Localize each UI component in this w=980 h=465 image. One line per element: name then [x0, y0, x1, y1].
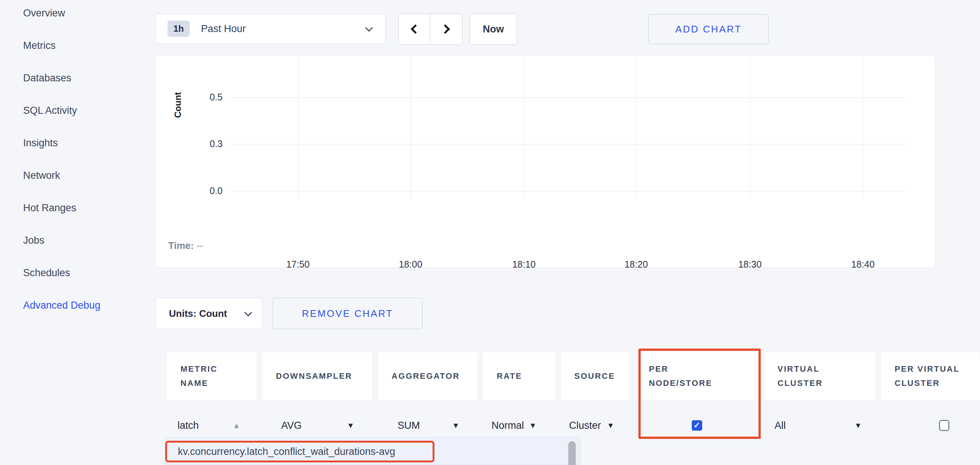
next-time-button[interactable]: [430, 14, 462, 45]
time-pager: [398, 13, 462, 45]
sidebar: Overview Metrics Databases SQL Activity …: [23, 7, 135, 331]
x-tick: 18:00: [388, 259, 433, 270]
sidebar-item-databases[interactable]: Databases: [23, 72, 135, 84]
aggregator-select[interactable]: SUM ▼: [378, 420, 477, 431]
units-dropdown-label: Units: Count: [169, 308, 227, 320]
metric-name-value: latch: [178, 420, 199, 431]
time-range-label: Past Hour: [201, 23, 246, 35]
column-header-virtual-cluster: Virtual Cluster: [764, 352, 875, 400]
time-range-dropdown[interactable]: 1h Past Hour: [155, 13, 386, 44]
aggregator-value: SUM: [398, 420, 420, 431]
dropdown-arrow-icon: ▼: [529, 421, 537, 430]
sidebar-item-metrics[interactable]: Metrics: [23, 39, 135, 52]
column-header-per-node-store: Per Node/Store: [635, 352, 758, 400]
column-header-per-virtual-cluster: Per Virtual Cluster: [881, 352, 980, 400]
chevron-down-icon: [365, 24, 373, 31]
sort-up-icon: ▲: [233, 421, 240, 430]
now-button[interactable]: Now: [469, 13, 517, 45]
column-header-downsampler: Downsampler: [262, 352, 372, 400]
time-range-badge: 1h: [167, 21, 190, 37]
sidebar-item-schedules[interactable]: Schedules: [23, 267, 135, 279]
chevron-down-icon: [244, 308, 252, 316]
per-virtual-cluster-checkbox[interactable]: [939, 420, 950, 431]
arrow-right-icon: [441, 24, 450, 34]
column-header-source: Source: [561, 352, 630, 400]
column-header-aggregator: Aggregator: [378, 352, 477, 400]
time-readout: Time: --: [168, 240, 203, 251]
arrow-left-icon: [410, 24, 420, 34]
y-tick: 0.5: [178, 92, 223, 102]
sidebar-item-network[interactable]: Network: [23, 169, 135, 182]
downsampler-value: AVG: [281, 420, 302, 431]
metric-name-input[interactable]: latch ▲: [167, 420, 256, 431]
virtual-cluster-value: All: [775, 420, 786, 431]
y-tick: 0.3: [178, 139, 223, 149]
virtual-cluster-select[interactable]: All ▼: [764, 420, 875, 431]
per-node-store-checkbox[interactable]: ✓: [692, 420, 702, 431]
metric-table-row: latch ▲ AVG ▼ SUM ▼ Normal ▼ Cluster ▼ ✓…: [167, 410, 980, 441]
remove-chart-button[interactable]: REMOVE CHART: [273, 298, 423, 329]
x-tick: 17:50: [275, 259, 320, 270]
time-readout-label: Time:: [168, 240, 194, 251]
dropdown-arrow-icon: ▼: [854, 421, 862, 430]
add-chart-button[interactable]: ADD CHART: [649, 14, 768, 44]
y-tick: 0.0: [178, 185, 223, 196]
rate-value: Normal: [492, 420, 524, 431]
dropdown-scrollbar[interactable]: [566, 439, 578, 465]
metric-table-header: Metric Name Downsampler Aggregator Rate …: [167, 352, 980, 400]
metric-suggestion-dropdown: kv.concurrency.latch_conflict_wait_durat…: [166, 437, 579, 465]
x-tick: 18:10: [501, 259, 546, 270]
column-header-rate: Rate: [483, 352, 555, 400]
source-select[interactable]: Cluster ▼: [561, 420, 630, 431]
rate-select[interactable]: Normal ▼: [483, 420, 555, 431]
chart-plot-area[interactable]: [232, 56, 907, 199]
sidebar-item-jobs[interactable]: Jobs: [23, 234, 135, 247]
custom-chart-card: Count 0.5 0.3 0.0 17:50 18:00 18:10 18:2…: [155, 55, 935, 268]
y-axis-label: Count: [173, 79, 185, 131]
source-value: Cluster: [569, 420, 601, 431]
dropdown-arrow-icon: ▼: [607, 421, 614, 430]
x-tick: 18:20: [614, 259, 659, 270]
time-readout-value: --: [197, 240, 203, 251]
downsampler-select[interactable]: AVG ▼: [262, 420, 372, 431]
dropdown-arrow-icon: ▼: [347, 421, 354, 430]
column-header-metric-name: Metric Name: [167, 352, 256, 400]
check-icon: ✓: [693, 420, 700, 430]
x-tick: 18:30: [727, 259, 772, 270]
sidebar-item-sql-activity[interactable]: SQL Activity: [23, 104, 135, 117]
dropdown-scrollbar-thumb[interactable]: [568, 441, 576, 465]
dropdown-arrow-icon: ▼: [452, 421, 460, 430]
prev-time-button[interactable]: [399, 14, 430, 45]
sidebar-item-advanced-debug[interactable]: Advanced Debug: [23, 299, 135, 312]
sidebar-item-insights[interactable]: Insights: [23, 137, 135, 149]
metric-suggestion-item[interactable]: kv.concurrency.latch_conflict_wait_durat…: [167, 438, 562, 465]
per-virtual-cluster-cell: [881, 420, 980, 431]
per-node-store-cell: ✓: [635, 420, 758, 431]
units-dropdown[interactable]: Units: Count: [155, 298, 262, 329]
advanced-debug-custom-chart-page: Overview Metrics Databases SQL Activity …: [0, 0, 980, 465]
sidebar-item-overview[interactable]: Overview: [23, 7, 135, 19]
sidebar-item-hot-ranges[interactable]: Hot Ranges: [23, 201, 135, 214]
x-tick: 18:40: [840, 259, 885, 270]
